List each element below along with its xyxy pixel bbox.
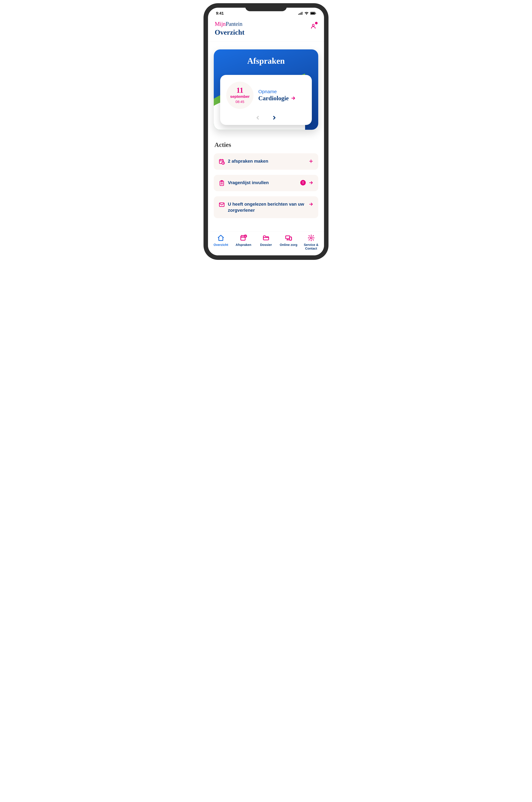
device-frame: 9:41 MijnPantein Overzicht	[204, 3, 328, 260]
appointment-type: Opname	[258, 89, 306, 94]
tab-label: Afspraken	[235, 243, 251, 247]
arrow-right-icon	[309, 202, 314, 206]
appointment-card[interactable]: 11 september 08:45 Opname Cardiologie	[220, 75, 312, 125]
appointment-department: Cardiologie	[258, 95, 289, 102]
appointment-info: Opname Cardiologie	[258, 89, 306, 102]
calendar-clock-icon	[218, 159, 225, 165]
appointment-department-row: Cardiologie	[258, 95, 306, 102]
gear-icon	[308, 234, 315, 241]
tab-service-contact[interactable]: Service & Contact	[300, 234, 322, 250]
action-label: U heeft ongelezen berichten van uw zorgv…	[228, 201, 306, 213]
svg-rect-5	[311, 13, 315, 14]
appointment-day: 11	[236, 87, 243, 94]
folder-icon	[263, 234, 269, 241]
logo-part-pantein: Pantein	[226, 21, 242, 27]
tab-label: Service & Contact	[300, 243, 322, 250]
tab-bar: Overzicht Afspraken Dossier Online zorg …	[208, 232, 324, 255]
action-label: Vragenlijst invullen	[228, 180, 296, 186]
plus-icon	[309, 159, 314, 164]
tab-online-zorg[interactable]: Online zorg	[277, 234, 300, 247]
device-notch	[245, 3, 287, 11]
acties-title: Acties	[214, 141, 318, 148]
battery-icon	[310, 12, 316, 15]
tab-dossier[interactable]: Dossier	[255, 234, 278, 247]
tab-overzicht[interactable]: Overzicht	[210, 234, 232, 247]
mail-icon	[218, 201, 225, 208]
afspraken-card: Afspraken 11 september 08:45 Opname Card…	[214, 49, 318, 130]
logo-part-mijn: Mijn	[215, 21, 226, 27]
action-unread-messages[interactable]: U heeft ongelezen berichten van uw zorgv…	[214, 196, 318, 218]
arrow-right-icon	[309, 180, 314, 185]
calendar-icon	[240, 234, 247, 241]
wifi-icon	[304, 12, 309, 15]
appointment-time: 08:45	[235, 100, 244, 104]
arrow-right-icon	[291, 96, 296, 101]
afspraken-title: Afspraken	[214, 49, 318, 75]
svg-rect-1	[300, 13, 300, 15]
tab-label: Online zorg	[280, 243, 298, 247]
svg-point-20	[310, 237, 312, 239]
svg-rect-6	[316, 13, 316, 14]
clipboard-icon	[218, 180, 225, 186]
svg-rect-3	[302, 12, 302, 15]
svg-rect-0	[298, 14, 299, 15]
page-title: Overzicht	[215, 28, 317, 36]
action-make-appointments[interactable]: 2 afspraken maken	[214, 153, 318, 170]
chevron-right-icon[interactable]	[272, 115, 277, 121]
appointment-row: 11 september 08:45 Opname Cardiologie	[226, 81, 306, 109]
profile-button[interactable]	[309, 22, 317, 30]
signal-icon	[298, 12, 303, 15]
action-questionnaire[interactable]: Vragenlijst invullen !	[214, 175, 318, 191]
alert-icon: !	[300, 180, 306, 185]
tab-label: Overzicht	[214, 243, 228, 247]
chevron-left-icon[interactable]	[255, 115, 260, 121]
appointment-pager	[226, 115, 306, 121]
home-icon	[217, 234, 224, 241]
person-icon	[310, 23, 316, 29]
svg-point-7	[312, 24, 314, 26]
tab-label: Dossier	[260, 243, 272, 247]
appointment-month: september	[230, 94, 249, 99]
devices-icon	[285, 234, 292, 241]
notification-dot	[315, 22, 318, 24]
status-time: 9:41	[216, 11, 224, 16]
tab-afspraken[interactable]: Afspraken	[232, 234, 255, 247]
appointment-date: 11 september 08:45	[226, 81, 253, 109]
main-content: Afspraken 11 september 08:45 Opname Card…	[208, 41, 324, 232]
app-header: MijnPantein Overzicht	[208, 17, 324, 41]
app-logo: MijnPantein	[215, 20, 317, 27]
status-icons	[298, 12, 316, 15]
action-label: 2 afspraken maken	[228, 158, 306, 164]
screen: 9:41 MijnPantein Overzicht	[208, 8, 324, 255]
svg-rect-2	[301, 13, 301, 15]
